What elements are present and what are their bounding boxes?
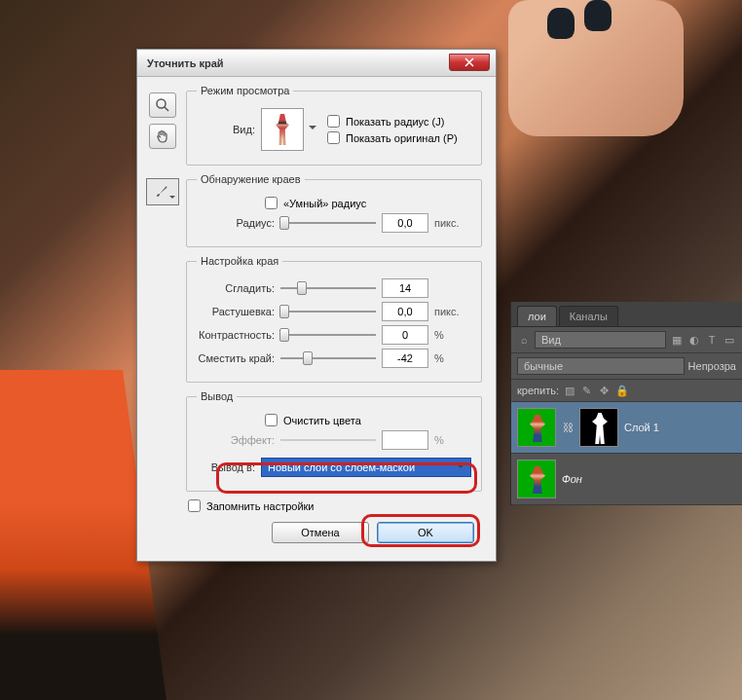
magnifier-icon (155, 97, 170, 113)
radius-input[interactable] (382, 213, 428, 233)
show-original-checkbox[interactable] (327, 131, 340, 144)
ok-button[interactable]: OK (377, 522, 474, 543)
edge-detection-legend: Обнаружение краев (197, 173, 305, 185)
effect-label: Эффект: (197, 434, 275, 446)
decontaminate-label: Очистить цвета (283, 415, 361, 426)
output-group: Вывод Очистить цвета Эффект: % Вывод в: … (186, 390, 482, 492)
feather-label: Растушевка: (197, 306, 275, 317)
filter-type-icon[interactable]: T (705, 333, 719, 347)
show-radius-label: Показать радиус (J) (346, 116, 444, 128)
filter-shape-icon[interactable]: ▭ (723, 333, 736, 347)
layer-row-bg[interactable]: Фон (511, 454, 742, 505)
search-icon: ⌕ (517, 333, 531, 347)
output-to-dropdown[interactable]: Новый слой со слоем-маской (261, 458, 471, 477)
shift-label: Сместить край: (197, 352, 275, 364)
close-button[interactable] (449, 54, 490, 71)
smart-radius-label: «Умный» радиус (283, 198, 366, 209)
smooth-slider[interactable] (280, 279, 376, 297)
feather-input[interactable] (382, 302, 428, 321)
view-mode-legend: Режим просмотра (197, 85, 293, 96)
feather-slider[interactable] (280, 303, 376, 320)
tab-layers[interactable]: лои (517, 306, 557, 326)
show-radius-checkbox[interactable] (327, 115, 340, 128)
layer-row-1[interactable]: ⛓ Слой 1 (511, 402, 742, 454)
layer-mask-thumbnail[interactable] (579, 408, 618, 447)
view-mode-group: Режим просмотра Вид: Показать радиус (J)… (186, 85, 482, 166)
cancel-button[interactable]: Отмена (272, 522, 369, 543)
contrast-input[interactable] (382, 325, 428, 345)
shift-unit: % (434, 352, 471, 364)
close-icon (464, 57, 474, 67)
brush-icon (154, 183, 171, 201)
blend-mode-dropdown[interactable]: бычные (517, 357, 685, 375)
output-to-label: Вывод в: (197, 461, 255, 473)
hand-icon (155, 129, 170, 144)
contrast-slider[interactable] (280, 326, 376, 344)
lock-all-icon[interactable]: 🔒 (615, 384, 629, 397)
preview-thumbnail (276, 114, 289, 145)
image-content (508, 0, 684, 136)
remember-label: Запомнить настройки (206, 500, 315, 512)
adjust-edge-legend: Настройка края (197, 255, 282, 267)
view-label: Вид: (197, 124, 255, 135)
dialog-title: Уточнить край (147, 57, 224, 69)
svg-point-0 (157, 99, 166, 108)
hand-tool-button[interactable] (149, 124, 176, 149)
mask-link-icon[interactable]: ⛓ (562, 420, 574, 435)
effect-unit: % (434, 434, 471, 446)
dialog-titlebar[interactable]: Уточнить край (137, 50, 496, 77)
layer-thumbnail[interactable] (517, 408, 556, 447)
zoom-tool-button[interactable] (149, 92, 176, 118)
layer-thumbnail-bg[interactable] (517, 460, 556, 498)
remember-checkbox[interactable] (188, 499, 201, 512)
opacity-label: Непрозра (688, 360, 736, 372)
filter-pixel-icon[interactable]: ▦ (670, 333, 684, 347)
radius-label: Радиус: (197, 217, 275, 229)
refine-edge-dialog: Уточнить край Режим просмотра Вид: (136, 49, 497, 562)
lock-brush-icon[interactable]: ✎ (580, 384, 594, 397)
view-mode-dropdown[interactable] (261, 108, 304, 151)
smart-radius-checkbox[interactable] (265, 197, 278, 209)
edge-detection-group: Обнаружение краев «Умный» радиус Радиус:… (186, 173, 482, 247)
feather-unit: пикс. (434, 306, 471, 317)
decontaminate-checkbox[interactable] (265, 414, 278, 426)
tab-channels[interactable]: Каналы (559, 306, 618, 326)
smooth-input[interactable] (382, 278, 428, 298)
show-original-label: Показать оригинал (P) (346, 132, 458, 144)
layers-panel: лои Каналы ⌕ Вид ▦ ◐ T ▭ бычные Непрозра… (510, 302, 742, 505)
contrast-label: Контрастность: (197, 329, 275, 341)
filter-adjust-icon[interactable]: ◐ (687, 333, 701, 347)
effect-input (382, 430, 428, 450)
lock-transparent-icon[interactable]: ▨ (563, 384, 576, 397)
adjust-edge-group: Настройка края Сгладить: Растушевка: пик… (186, 255, 482, 383)
tool-column (145, 85, 180, 553)
layer-filter-dropdown[interactable]: Вид (535, 331, 666, 349)
refine-brush-tool[interactable] (146, 178, 179, 205)
layer-name-1[interactable]: Слой 1 (624, 422, 736, 433)
panel-tabs: лои Каналы (511, 302, 742, 327)
output-legend: Вывод (197, 390, 237, 402)
radius-unit: пикс. (434, 217, 471, 229)
lock-move-icon[interactable]: ✥ (598, 384, 612, 397)
contrast-unit: % (434, 329, 471, 341)
shift-slider[interactable] (280, 350, 376, 367)
shift-input[interactable] (382, 349, 428, 368)
effect-slider (280, 431, 376, 449)
smooth-label: Сгладить: (197, 282, 275, 294)
lock-label: крепить: (517, 385, 559, 396)
radius-slider[interactable] (280, 214, 376, 232)
layer-name-bg[interactable]: Фон (562, 473, 736, 485)
